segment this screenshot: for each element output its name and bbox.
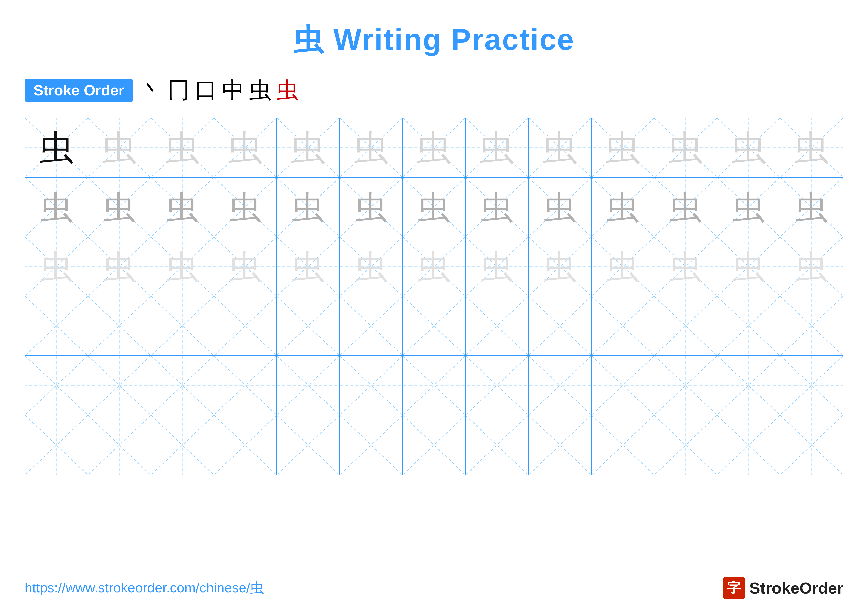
grid-cell-2-0[interactable]: 虫 bbox=[25, 237, 88, 296]
logo-icon: 字 bbox=[723, 577, 745, 599]
grid-cell-3-8[interactable] bbox=[529, 297, 592, 355]
grid-cell-5-12[interactable] bbox=[780, 415, 843, 475]
grid-cell-5-10[interactable] bbox=[654, 415, 717, 475]
grid-cell-1-3[interactable]: 虫 bbox=[214, 177, 277, 236]
grid-cell-4-2[interactable] bbox=[151, 356, 214, 415]
grid-row-4[interactable] bbox=[25, 356, 843, 415]
grid-cell-0-1[interactable]: 虫 bbox=[88, 118, 151, 177]
grid-cell-0-0[interactable]: 虫 bbox=[25, 118, 88, 177]
grid-cell-3-6[interactable] bbox=[403, 297, 466, 355]
grid-cell-1-8[interactable]: 虫 bbox=[529, 177, 592, 236]
grid-cell-4-6[interactable] bbox=[403, 356, 466, 415]
grid-cell-2-7[interactable]: 虫 bbox=[466, 237, 529, 296]
grid-cell-1-0[interactable]: 虫 bbox=[25, 177, 88, 236]
grid-cell-5-3[interactable] bbox=[214, 415, 277, 475]
grid-cell-0-11[interactable]: 虫 bbox=[717, 118, 780, 177]
page-title: 虫 Writing Practice bbox=[293, 20, 575, 60]
grid-cell-5-11[interactable] bbox=[717, 415, 780, 475]
char-1-5: 虫 bbox=[355, 191, 387, 223]
grid-cell-4-7[interactable] bbox=[466, 356, 529, 415]
grid-cell-3-7[interactable] bbox=[466, 297, 529, 355]
grid-row-3[interactable] bbox=[25, 297, 843, 356]
char-0-3: 虫 bbox=[228, 130, 262, 165]
char-1-10: 虫 bbox=[670, 191, 702, 223]
char-1-2: 虫 bbox=[166, 191, 198, 223]
char-2-3: 虫 bbox=[229, 250, 261, 283]
char-1-9: 虫 bbox=[607, 191, 639, 223]
grid-cell-3-9[interactable] bbox=[592, 297, 654, 355]
grid-cell-0-7[interactable]: 虫 bbox=[466, 118, 529, 177]
grid-cell-1-9[interactable]: 虫 bbox=[592, 177, 654, 236]
grid-cell-2-10[interactable]: 虫 bbox=[654, 237, 717, 296]
grid-cell-1-12[interactable]: 虫 bbox=[780, 177, 843, 236]
stroke-sequence: 丶 冂 口 中 虫 虫 bbox=[140, 75, 299, 105]
grid-cell-3-12[interactable] bbox=[780, 297, 843, 355]
grid-cell-0-2[interactable]: 虫 bbox=[151, 118, 214, 177]
grid-cell-1-6[interactable]: 虫 bbox=[403, 177, 466, 236]
grid-cell-4-8[interactable] bbox=[529, 356, 592, 415]
grid-cell-5-1[interactable] bbox=[88, 415, 151, 475]
grid-cell-0-5[interactable]: 虫 bbox=[340, 118, 403, 177]
grid-cell-5-5[interactable] bbox=[340, 415, 403, 475]
grid-cell-4-0[interactable] bbox=[25, 356, 88, 415]
grid-row-2[interactable]: 虫 虫 虫 虫 虫 虫 虫 虫 bbox=[25, 237, 843, 297]
grid-cell-5-6[interactable] bbox=[403, 415, 466, 475]
grid-cell-5-9[interactable] bbox=[592, 415, 654, 475]
stroke-order-row: Stroke Order 丶 冂 口 中 虫 虫 bbox=[25, 75, 843, 105]
char-2-7: 虫 bbox=[481, 250, 513, 283]
grid-cell-1-11[interactable]: 虫 bbox=[717, 177, 780, 236]
grid-cell-4-3[interactable] bbox=[214, 356, 277, 415]
grid-cell-1-5[interactable]: 虫 bbox=[340, 177, 403, 236]
char-2-1: 虫 bbox=[103, 250, 135, 283]
grid-cell-3-4[interactable] bbox=[277, 297, 340, 355]
grid-cell-2-6[interactable]: 虫 bbox=[403, 237, 466, 296]
grid-cell-2-5[interactable]: 虫 bbox=[340, 237, 403, 296]
grid-cell-1-10[interactable]: 虫 bbox=[654, 177, 717, 236]
grid-cell-0-10[interactable]: 虫 bbox=[654, 118, 717, 177]
grid-cell-5-4[interactable] bbox=[277, 415, 340, 475]
grid-cell-1-1[interactable]: 虫 bbox=[88, 177, 151, 236]
grid-cell-2-4[interactable]: 虫 bbox=[277, 237, 340, 296]
grid-cell-4-1[interactable] bbox=[88, 356, 151, 415]
grid-cell-0-12[interactable]: 虫 bbox=[780, 118, 843, 177]
grid-cell-0-4[interactable]: 虫 bbox=[277, 118, 340, 177]
grid-cell-2-11[interactable]: 虫 bbox=[717, 237, 780, 296]
grid-cell-3-11[interactable] bbox=[717, 297, 780, 355]
grid-cell-3-5[interactable] bbox=[340, 297, 403, 355]
grid-row-1[interactable]: 虫 虫 虫 虫 虫 虫 虫 虫 bbox=[25, 177, 843, 237]
char-0-6: 虫 bbox=[417, 130, 451, 165]
grid-cell-5-0[interactable] bbox=[25, 415, 88, 475]
char-1-12: 虫 bbox=[795, 191, 828, 223]
grid-cell-2-12[interactable]: 虫 bbox=[780, 237, 843, 296]
grid-cell-0-6[interactable]: 虫 bbox=[403, 118, 466, 177]
grid-cell-0-9[interactable]: 虫 bbox=[592, 118, 654, 177]
grid-cell-2-2[interactable]: 虫 bbox=[151, 237, 214, 296]
grid-cell-1-2[interactable]: 虫 bbox=[151, 177, 214, 236]
grid-row-5[interactable] bbox=[25, 415, 843, 475]
grid-cell-5-8[interactable] bbox=[529, 415, 592, 475]
grid-cell-2-3[interactable]: 虫 bbox=[214, 237, 277, 296]
footer-url[interactable]: https://www.strokeorder.com/chinese/虫 bbox=[25, 579, 264, 597]
char-0-0: 虫 bbox=[39, 130, 74, 165]
grid-cell-4-11[interactable] bbox=[717, 356, 780, 415]
grid-cell-1-7[interactable]: 虫 bbox=[466, 177, 529, 236]
grid-cell-0-3[interactable]: 虫 bbox=[214, 118, 277, 177]
grid-cell-4-9[interactable] bbox=[592, 356, 654, 415]
grid-cell-0-8[interactable]: 虫 bbox=[529, 118, 592, 177]
grid-cell-5-7[interactable] bbox=[466, 415, 529, 475]
grid-cell-4-12[interactable] bbox=[780, 356, 843, 415]
grid-cell-2-9[interactable]: 虫 bbox=[592, 237, 654, 296]
grid-cell-5-2[interactable] bbox=[151, 415, 214, 475]
grid-cell-2-8[interactable]: 虫 bbox=[529, 237, 592, 296]
grid-cell-3-0[interactable] bbox=[25, 297, 88, 355]
grid-row-0[interactable]: 虫 虫 虫 虫 虫 虫 虫 虫 bbox=[25, 118, 843, 177]
grid-cell-2-1[interactable]: 虫 bbox=[88, 237, 151, 296]
grid-cell-3-3[interactable] bbox=[214, 297, 277, 355]
grid-cell-3-10[interactable] bbox=[654, 297, 717, 355]
grid-cell-4-4[interactable] bbox=[277, 356, 340, 415]
grid-cell-3-1[interactable] bbox=[88, 297, 151, 355]
grid-cell-3-2[interactable] bbox=[151, 297, 214, 355]
grid-cell-4-5[interactable] bbox=[340, 356, 403, 415]
grid-cell-1-4[interactable]: 虫 bbox=[277, 177, 340, 236]
grid-cell-4-10[interactable] bbox=[654, 356, 717, 415]
